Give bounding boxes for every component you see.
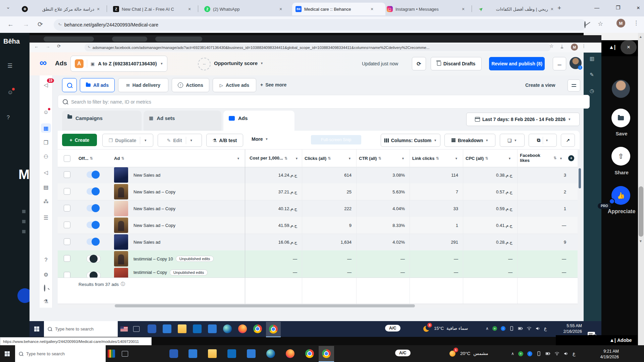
edit-button[interactable]: ✎ Edit ▼: [158, 134, 202, 147]
help-icon[interactable]: ?: [43, 257, 49, 263]
inner-back-icon[interactable]: ←: [34, 44, 39, 49]
active-app-tile[interactable]: [266, 322, 281, 337]
close-tab-icon[interactable]: ×: [279, 6, 282, 12]
ad-thumbnail[interactable]: [114, 218, 128, 233]
maximize-button[interactable]: ❐: [616, 5, 620, 11]
antivirus-icon[interactable]: +: [518, 351, 523, 356]
password-hidden-icon[interactable]: [584, 22, 586, 28]
file-explorer-icon[interactable]: [208, 349, 217, 358]
ac-button[interactable]: A/C: [395, 350, 411, 356]
tab-whatsapp[interactable]: 2 (2) WhatsApp ×: [201, 3, 294, 15]
battery-icon[interactable]: [518, 326, 523, 331]
app-mail-icon[interactable]: [163, 324, 171, 333]
inner-star-icon[interactable]: ☆: [549, 43, 554, 49]
row-checkbox[interactable]: [64, 255, 70, 262]
settings-gear-icon[interactable]: ⚙: [43, 272, 49, 278]
scrollbar-thumb[interactable]: [115, 304, 415, 307]
start-button[interactable]: [34, 326, 39, 331]
row-checkbox[interactable]: [64, 171, 70, 178]
sort-icon[interactable]: ⇅: [553, 156, 556, 160]
language-indicator[interactable]: ع: [544, 326, 547, 331]
weather-status[interactable]: 15°C سماء صافية: [434, 326, 468, 331]
address-bar[interactable]: °− behance.net/gallery/244200993/Medical…: [54, 19, 586, 31]
filter-all-ads[interactable]: All ads: [80, 78, 115, 92]
table-vertical-scrollbar[interactable]: [578, 167, 581, 303]
library-books-icon[interactable]: [108, 350, 115, 358]
author-avatar[interactable]: [612, 80, 630, 98]
col-link-clicks[interactable]: Link clicks⇅: [412, 149, 439, 167]
scroll-down-icon[interactable]: ▼: [639, 239, 642, 243]
menu-lines-icon[interactable]: ☰: [43, 215, 49, 221]
inner-address-bar[interactable]: °− adsmanager.facebook.com/adsmanager/ma…: [85, 44, 551, 51]
opportunity-score[interactable]: Opportunity score ▼: [214, 60, 263, 66]
us-flag-icon[interactable]: [120, 326, 128, 331]
create-button[interactable]: + Create: [62, 134, 97, 146]
back-icon[interactable]: ←: [7, 21, 14, 28]
table-row[interactable]: testimnial – CopyUnpublished edits——————: [58, 267, 578, 278]
col-menu-icon[interactable]: ▼: [559, 157, 562, 160]
ad-name[interactable]: testimnial – Copy 10: [133, 256, 173, 261]
ad-toggle[interactable]: [87, 171, 100, 178]
col-fb-likes[interactable]: Facebook likes: [520, 149, 551, 167]
ad-toggle[interactable]: [87, 205, 100, 212]
scrollbar-thumb[interactable]: [639, 186, 643, 237]
antivirus-icon[interactable]: +: [492, 326, 497, 331]
col-menu-icon[interactable]: ▼: [508, 157, 511, 160]
col-clicks[interactable]: Clicks (all)⇅: [305, 149, 331, 167]
inner-system-tray[interactable]: ∧ + i ع: [486, 326, 547, 331]
table-search-input[interactable]: Search to filter by: name, ID or metrics: [58, 95, 590, 109]
col-ctr[interactable]: CTR (all)⇅: [359, 149, 381, 167]
pages-icon[interactable]: ❐: [43, 139, 49, 146]
close-tab-icon[interactable]: ×: [462, 6, 465, 12]
see-more-button[interactable]: + See more: [260, 82, 286, 87]
weather-status[interactable]: 20°C مشمس: [460, 351, 488, 356]
start-button[interactable]: [5, 351, 10, 356]
store-icon[interactable]: [193, 324, 202, 333]
ac-button[interactable]: A/C: [385, 325, 400, 331]
more-options-button[interactable]: ...: [553, 57, 566, 70]
minimize-button[interactable]: —: [594, 5, 599, 10]
search-icon[interactable]: [44, 285, 45, 291]
profile-avatar[interactable]: M: [616, 19, 625, 27]
search-filter-button[interactable]: [62, 78, 77, 92]
col-menu-icon[interactable]: ▼: [348, 157, 351, 160]
table-row[interactable]: New Sales ad – Copy41.59.ج.م98.33%10.41.…: [58, 217, 578, 234]
review-publish-button[interactable]: Review and publish (8): [489, 57, 545, 70]
duplicate-button[interactable]: ❐ Duplicate ▼: [102, 134, 153, 147]
col-menu-icon[interactable]: ▼: [295, 157, 298, 160]
col-menu-icon[interactable]: ▼: [401, 157, 405, 160]
save-button[interactable]: [611, 109, 630, 127]
info-tray-icon[interactable]: i: [501, 326, 505, 331]
col-ad[interactable]: Ad⇅: [114, 149, 124, 167]
inner-forward-icon[interactable]: →: [46, 44, 50, 49]
taskbar-search[interactable]: Type here to search: [15, 345, 106, 362]
app-designer-icon[interactable]: [169, 349, 178, 358]
test-beaker-icon[interactable]: ⚗: [43, 298, 49, 305]
task-view-icon[interactable]: [133, 326, 140, 332]
behance-logo[interactable]: Bēha: [3, 38, 20, 45]
tray-expand-icon[interactable]: ∧: [486, 326, 489, 331]
tab-rabehy-jobs[interactable]: ➤ ربحي | وظّف أفضل الكفاءات ×: [475, 3, 557, 15]
language-indicator[interactable]: ع: [573, 351, 576, 357]
site-info-icon[interactable]: °−: [58, 22, 61, 27]
app-designer-icon[interactable]: [148, 324, 156, 333]
tab-instagram[interactable]: ◻ Instagram • Messages ×: [383, 3, 477, 15]
feedback-smiley-icon[interactable]: ☺: [43, 109, 49, 115]
row-checkbox[interactable]: [64, 205, 70, 212]
create-view-button[interactable]: Create a view: [525, 82, 555, 88]
inner-download-icon[interactable]: ↓: [561, 43, 563, 48]
file-explorer-icon[interactable]: [178, 324, 186, 333]
close-tab-icon[interactable]: ×: [188, 6, 191, 12]
ad-thumbnail[interactable]: [114, 251, 128, 266]
inner-profile-avatar[interactable]: M: [571, 44, 578, 51]
help-icon[interactable]: ?: [7, 115, 10, 121]
date-range-picker[interactable]: Last 7 days: 8 Feb 2026 - 14 Feb 2026 ▼: [466, 113, 580, 126]
view-settings-button[interactable]: [568, 79, 580, 92]
col-cpc[interactable]: CPC (all)⇅: [466, 149, 488, 167]
col-menu-icon[interactable]: ▼: [237, 157, 240, 160]
ad-name[interactable]: New Sales ad: [133, 240, 160, 245]
share-button[interactable]: ⇧: [611, 147, 630, 166]
ad-thumbnail[interactable]: [114, 184, 128, 199]
row-checkbox[interactable]: [64, 188, 70, 195]
inner-reload-icon[interactable]: ⟳: [57, 44, 61, 49]
